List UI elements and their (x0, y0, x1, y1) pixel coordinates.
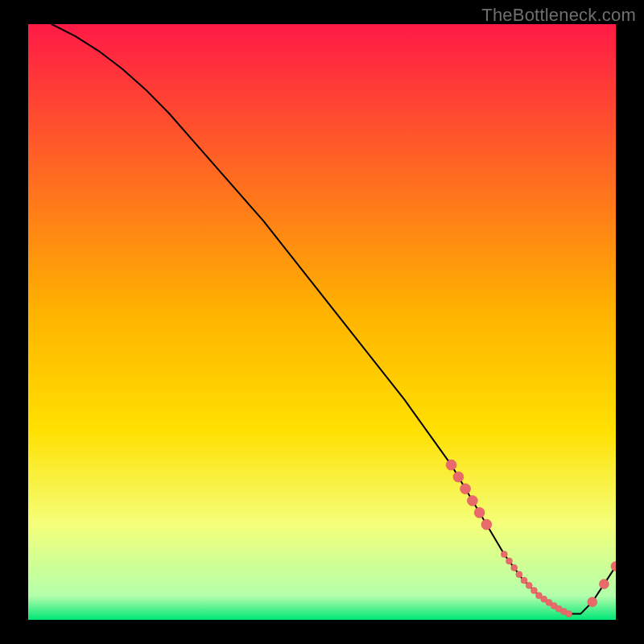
data-point-dot (474, 507, 485, 518)
data-point-dot (453, 472, 464, 482)
data-point-dot (566, 611, 572, 617)
data-point-dot (599, 580, 609, 589)
data-point-dot (521, 577, 527, 584)
data-point-dot (511, 564, 518, 571)
data-point-dot (530, 588, 537, 594)
data-point-dot (516, 572, 522, 578)
data-point-dot (460, 484, 471, 494)
gradient-background (28, 24, 616, 620)
chart-svg (28, 24, 616, 620)
watermark-text: TheBottleneck.com (481, 5, 636, 26)
data-point-dot (506, 558, 513, 564)
data-point-dot (467, 496, 477, 506)
data-point-dot (526, 582, 532, 588)
data-point-dot (446, 460, 456, 470)
data-point-dot (588, 597, 597, 607)
data-point-dot (501, 551, 507, 558)
chart-frame: TheBottleneck.com (0, 0, 644, 644)
data-point-dot (481, 519, 492, 530)
plot-area (28, 24, 616, 620)
